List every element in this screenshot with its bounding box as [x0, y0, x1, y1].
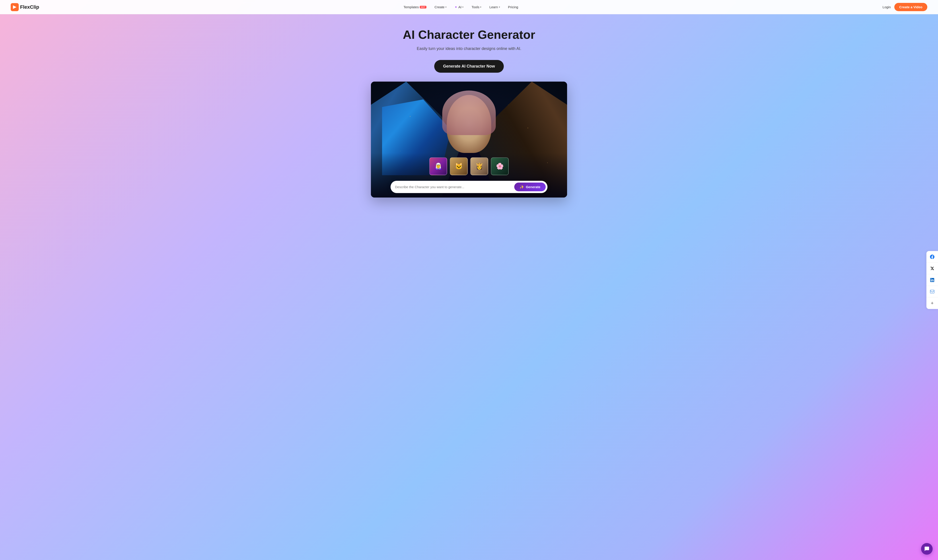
nav-item-pricing[interactable]: Pricing: [508, 5, 518, 9]
login-button[interactable]: Login: [883, 5, 891, 9]
logo[interactable]: FlexClip: [11, 3, 39, 11]
chevron-down-icon: ▾: [499, 6, 500, 8]
hero-image-card: 🧝‍♀️ 🐱 👸 🌸 ✨ Generate: [371, 82, 567, 197]
nav-item-ai[interactable]: ✦ AI ▾: [455, 5, 463, 9]
thumbnail-cat[interactable]: 🐱: [450, 157, 467, 175]
ai-sparkle-icon: ✦: [455, 5, 457, 9]
logo-text: FlexClip: [20, 4, 39, 10]
linkedin-share-button[interactable]: [926, 274, 938, 286]
hero-section: AI Character Generator Easily turn your …: [0, 0, 938, 560]
sparkle-icon: ✨: [520, 185, 524, 189]
chat-widget-button[interactable]: [921, 543, 933, 555]
character-preview-image: 🧝‍♀️ 🐱 👸 🌸 ✨ Generate: [371, 82, 567, 197]
thumbnail-row: 🧝‍♀️ 🐱 👸 🌸: [429, 157, 509, 175]
hero-subtitle: Easily turn your ideas into character de…: [417, 46, 521, 52]
hot-badge: HOT: [420, 6, 427, 8]
twitter-share-button[interactable]: [926, 263, 938, 274]
hero-content: AI Character Generator Easily turn your …: [398, 14, 540, 82]
thumbnail-pink-hair[interactable]: 🧝‍♀️: [429, 157, 447, 175]
thumbnail-portrait[interactable]: 👸: [471, 157, 488, 175]
nav-actions: Login Create a Video: [883, 3, 927, 11]
character-input-row: ✨ Generate: [391, 181, 547, 193]
thumbnail-floral[interactable]: 🌸: [491, 157, 509, 175]
generate-input-button[interactable]: ✨ Generate: [514, 183, 546, 191]
social-share-sidebar: +: [926, 251, 938, 309]
nav-item-tools[interactable]: Tools ▾: [471, 5, 481, 9]
nav-item-templates[interactable]: Templates HOT: [403, 5, 426, 9]
facebook-share-button[interactable]: [926, 251, 938, 263]
chevron-down-icon: ▾: [480, 6, 481, 8]
email-share-button[interactable]: [926, 286, 938, 297]
create-video-button[interactable]: Create a Video: [894, 3, 927, 11]
navbar: FlexClip Templates HOT Create ▾ ✦ AI ▾ T…: [0, 0, 938, 14]
nav-item-create[interactable]: Create ▾: [434, 5, 446, 9]
chevron-down-icon: ▾: [462, 6, 463, 8]
generate-ai-character-button[interactable]: Generate AI Character Now: [434, 60, 504, 73]
nav-links: Templates HOT Create ▾ ✦ AI ▾ Tools ▾ Le…: [403, 5, 518, 9]
chevron-down-icon: ▾: [445, 6, 446, 8]
nav-item-learn[interactable]: Learn ▾: [489, 5, 500, 9]
hero-title: AI Character Generator: [403, 28, 535, 42]
character-description-input[interactable]: [395, 185, 514, 189]
more-share-button[interactable]: +: [926, 297, 938, 309]
svg-rect-1: [930, 290, 934, 293]
